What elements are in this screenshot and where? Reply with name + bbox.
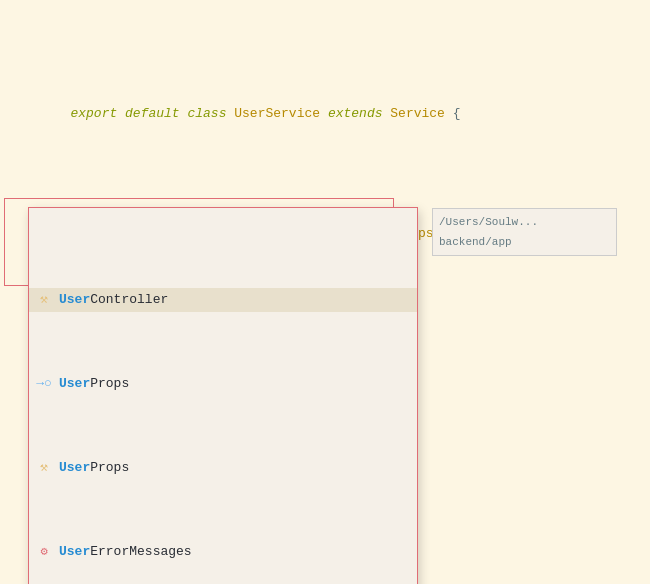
code-area: export default class UserService extends… bbox=[0, 0, 650, 584]
code-line: export default class UserService extends… bbox=[0, 84, 650, 144]
autocomplete-dropdown[interactable]: ⚒ UserController /Users/Soulw...backend/… bbox=[28, 207, 418, 584]
interface-icon: →○ bbox=[35, 375, 53, 393]
autocomplete-item[interactable]: →○ UserProps bbox=[29, 372, 417, 396]
autocomplete-item[interactable]: ⚙ UserErrorMessages bbox=[29, 540, 417, 564]
item-name: UserErrorMessages bbox=[59, 542, 409, 562]
autocomplete-item[interactable]: ⚒ UserController /Users/Soulw...backend/… bbox=[29, 288, 417, 312]
item-name: UserProps bbox=[59, 458, 409, 478]
item-name: UserProps bbox=[59, 374, 409, 394]
item-name: UserController bbox=[59, 290, 409, 310]
class-icon2: ⚒ bbox=[35, 459, 53, 477]
autocomplete-item[interactable]: ⚒ UserProps bbox=[29, 456, 417, 480]
class-icon: ⚒ bbox=[35, 291, 53, 309]
info-panel: /Users/Soulw...backend/app bbox=[432, 208, 617, 256]
editor-container: export default class UserService extends… bbox=[0, 0, 650, 584]
module-icon: ⚙ bbox=[35, 543, 53, 561]
